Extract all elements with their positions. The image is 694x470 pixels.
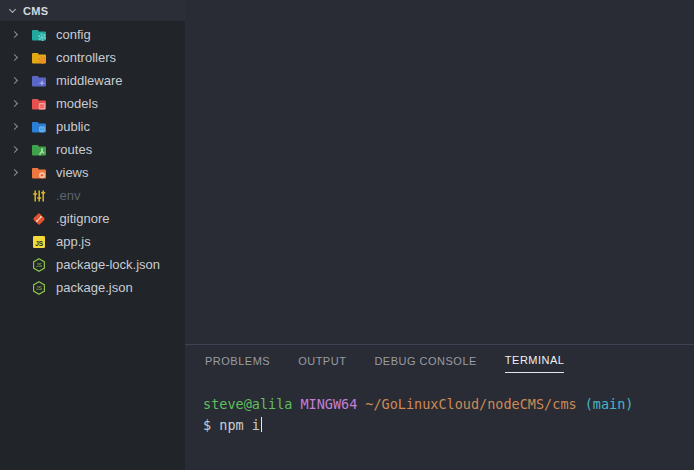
terminal-command: $ npm i [203, 417, 260, 433]
folder-middleware-icon [31, 73, 47, 89]
svg-text:JS: JS [35, 240, 44, 247]
main-column: PROBLEMS OUTPUT DEBUG CONSOLE TERMINAL s… [185, 0, 694, 470]
svg-text:JS: JS [36, 285, 43, 291]
tree-item-label: public [56, 119, 90, 134]
folder-models-icon [31, 96, 47, 112]
tree-item-label: package-lock.json [56, 257, 160, 272]
tree-item-label: routes [56, 142, 92, 157]
tree-item-views[interactable]: views [0, 161, 185, 184]
tree-item-config[interactable]: config [0, 23, 185, 46]
tab-terminal[interactable]: TERMINAL [505, 354, 565, 373]
chevron-down-icon [9, 6, 16, 13]
chevron-right-icon [12, 147, 31, 152]
terminal-user-host: steve@alila [203, 396, 292, 412]
env-sliders-icon [31, 188, 47, 204]
tree-item-label: app.js [56, 234, 91, 249]
vscode-window: CMS config controllers [0, 0, 694, 470]
chevron-right-icon [12, 170, 31, 175]
folder-config-icon [31, 27, 47, 43]
tree-item-routes[interactable]: routes [0, 138, 185, 161]
project-root-label: CMS [23, 5, 48, 17]
chevron-right-icon [12, 55, 31, 60]
tab-problems[interactable]: PROBLEMS [205, 354, 270, 373]
terminal-output[interactable]: steve@alilaMINGW64~/GoLinuxCloud/nodeCMS… [185, 373, 694, 436]
tree-item-env[interactable]: .env [0, 184, 185, 207]
tree-item-label: views [56, 165, 89, 180]
tree-item-package-lock[interactable]: JS package-lock.json [0, 253, 185, 276]
explorer-sidebar: CMS config controllers [0, 0, 185, 470]
tree-item-models[interactable]: models [0, 92, 185, 115]
tree-item-label: models [56, 96, 98, 111]
folder-controllers-icon [31, 50, 47, 66]
folder-views-icon [31, 165, 47, 181]
tree-item-label: .gitignore [56, 211, 109, 226]
tree-item-appjs[interactable]: JS app.js [0, 230, 185, 253]
nodejs-json-icon: JS [31, 280, 47, 296]
chevron-right-icon [12, 78, 31, 83]
tree-item-package[interactable]: JS package.json [0, 276, 185, 299]
terminal-command-line: $ npm i [203, 415, 694, 436]
tree-item-label: controllers [56, 50, 116, 65]
git-icon [31, 211, 47, 227]
tree-item-middleware[interactable]: middleware [0, 69, 185, 92]
tab-output[interactable]: OUTPUT [298, 354, 346, 373]
javascript-icon: JS [31, 234, 47, 250]
tree-item-label: middleware [56, 73, 122, 88]
tree-item-public[interactable]: public [0, 115, 185, 138]
folder-routes-icon [31, 142, 47, 158]
terminal-platform: MINGW64 [300, 396, 357, 412]
folder-public-icon [31, 119, 47, 135]
terminal-cursor [261, 417, 263, 432]
tree-item-controllers[interactable]: controllers [0, 46, 185, 69]
chevron-right-icon [12, 32, 31, 37]
tree-item-gitignore[interactable]: .gitignore [0, 207, 185, 230]
terminal-cwd: ~/GoLinuxCloud/nodeCMS/cms [365, 396, 576, 412]
chevron-right-icon [12, 101, 31, 106]
bottom-panel: PROBLEMS OUTPUT DEBUG CONSOLE TERMINAL s… [185, 344, 694, 470]
terminal-git-branch: (main) [585, 396, 634, 412]
tab-debug-console[interactable]: DEBUG CONSOLE [374, 354, 476, 373]
chevron-right-icon [12, 124, 31, 129]
tree-item-label: .env [56, 188, 81, 203]
svg-text:JS: JS [36, 262, 43, 268]
tree-item-label: config [56, 27, 91, 42]
editor-empty-area [185, 0, 694, 344]
explorer-section-header[interactable]: CMS [0, 0, 185, 21]
tree-item-label: package.json [56, 280, 133, 295]
terminal-prompt-line: steve@alilaMINGW64~/GoLinuxCloud/nodeCMS… [203, 394, 694, 415]
panel-tab-bar: PROBLEMS OUTPUT DEBUG CONSOLE TERMINAL [185, 354, 694, 373]
file-tree: config controllers middleware [0, 21, 185, 299]
nodejs-json-icon: JS [31, 257, 47, 273]
